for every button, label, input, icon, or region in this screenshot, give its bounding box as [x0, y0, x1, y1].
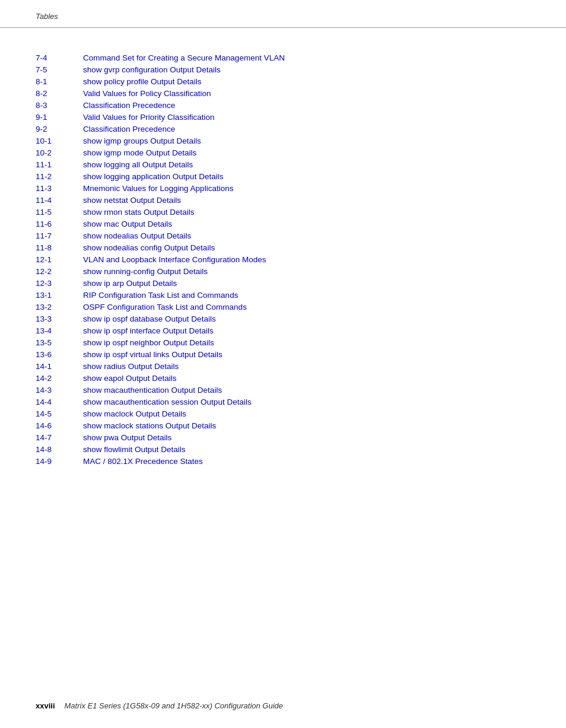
- footer-page-num: xxviii: [36, 701, 55, 710]
- toc-num: 8-2: [36, 87, 83, 99]
- toc-num: 12-3: [36, 277, 83, 289]
- toc-row[interactable]: 11-2show logging application Output Deta…: [36, 170, 530, 182]
- toc-num: 10-1: [36, 135, 83, 147]
- toc-row[interactable]: 14-5show maclock Output Details: [36, 408, 530, 419]
- toc-row[interactable]: 14-7show pwa Output Details: [36, 431, 530, 443]
- toc-row[interactable]: 11-3Mnemonic Values for Logging Applicat…: [36, 182, 530, 194]
- toc-row[interactable]: 7-5show gvrp configuration Output Detail…: [36, 63, 530, 75]
- toc-row[interactable]: 12-3show ip arp Output Details: [36, 277, 530, 289]
- toc-row[interactable]: 13-6show ip ospf virtual links Output De…: [36, 348, 530, 360]
- toc-title[interactable]: show radius Output Details: [83, 360, 530, 372]
- toc-row[interactable]: 11-5show rmon stats Output Details: [36, 206, 530, 218]
- toc-row[interactable]: 11-4show netstat Output Details: [36, 194, 530, 206]
- toc-title[interactable]: show mac Output Details: [83, 218, 530, 230]
- toc-title[interactable]: Classification Precedence: [83, 99, 530, 111]
- toc-row[interactable]: 11-8show nodealias config Output Details: [36, 241, 530, 253]
- toc-title[interactable]: show eapol Output Details: [83, 372, 530, 384]
- toc-title[interactable]: show ip ospf virtual links Output Detail…: [83, 348, 530, 360]
- toc-title[interactable]: show policy profile Output Details: [83, 75, 530, 87]
- toc-row[interactable]: 9-2Classification Precedence: [36, 123, 530, 135]
- toc-row[interactable]: 8-1show policy profile Output Details: [36, 75, 530, 87]
- toc-title[interactable]: show flowlimit Output Details: [83, 443, 530, 455]
- toc-title[interactable]: VLAN and Loopback Interface Configuratio…: [83, 253, 530, 265]
- toc-title[interactable]: MAC / 802.1X Precedence States: [83, 455, 530, 467]
- toc-title[interactable]: show gvrp configuration Output Details: [83, 63, 530, 75]
- toc-num: 14-1: [36, 360, 83, 372]
- toc-row[interactable]: 14-4show macauthentication session Outpu…: [36, 396, 530, 408]
- toc-row[interactable]: 13-1RIP Configuration Task List and Comm…: [36, 289, 530, 301]
- toc-title[interactable]: show maclock stations Output Details: [83, 419, 530, 431]
- toc-row[interactable]: 14-6show maclock stations Output Details: [36, 419, 530, 431]
- toc-title[interactable]: show macauthentication session Output De…: [83, 396, 530, 408]
- toc-num: 14-5: [36, 408, 83, 419]
- toc-title[interactable]: show nodealias Output Details: [83, 230, 530, 241]
- toc-title[interactable]: show igmp mode Output Details: [83, 147, 530, 158]
- toc-row[interactable]: 12-1VLAN and Loopback Interface Configur…: [36, 253, 530, 265]
- toc-title[interactable]: show netstat Output Details: [83, 194, 530, 206]
- toc-num: 13-6: [36, 348, 83, 360]
- toc-title[interactable]: show nodealias config Output Details: [83, 241, 530, 253]
- toc-title[interactable]: show maclock Output Details: [83, 408, 530, 419]
- toc-num: 14-4: [36, 396, 83, 408]
- toc-title[interactable]: show macauthentication Output Details: [83, 384, 530, 396]
- toc-title[interactable]: Valid Values for Priority Classification: [83, 111, 530, 123]
- toc-row[interactable]: 14-1show radius Output Details: [36, 360, 530, 372]
- toc-num: 13-1: [36, 289, 83, 301]
- toc-num: 11-5: [36, 206, 83, 218]
- toc-title[interactable]: show ip ospf database Output Details: [83, 313, 530, 325]
- toc-row[interactable]: 13-5show ip ospf neighbor Output Details: [36, 336, 530, 348]
- toc-row[interactable]: 14-9MAC / 802.1X Precedence States: [36, 455, 530, 467]
- toc-row[interactable]: 11-1show logging all Output Details: [36, 158, 530, 170]
- toc-table: 7-4Command Set for Creating a Secure Man…: [36, 52, 530, 467]
- toc-title[interactable]: Classification Precedence: [83, 123, 530, 135]
- toc-row[interactable]: 11-6show mac Output Details: [36, 218, 530, 230]
- toc-num: 13-4: [36, 325, 83, 336]
- toc-row[interactable]: 13-3show ip ospf database Output Details: [36, 313, 530, 325]
- toc-row[interactable]: 14-8show flowlimit Output Details: [36, 443, 530, 455]
- toc-row[interactable]: 13-2OSPF Configuration Task List and Com…: [36, 301, 530, 313]
- toc-title[interactable]: show running-config Output Details: [83, 265, 530, 277]
- toc-row[interactable]: 13-4show ip ospf interface Output Detail…: [36, 325, 530, 336]
- toc-num: 11-4: [36, 194, 83, 206]
- toc-row[interactable]: 12-2show running-config Output Details: [36, 265, 530, 277]
- toc-row[interactable]: 7-4Command Set for Creating a Secure Man…: [36, 52, 530, 63]
- toc-row[interactable]: 10-1show igmp groups Output Details: [36, 135, 530, 147]
- toc-row[interactable]: 10-2show igmp mode Output Details: [36, 147, 530, 158]
- toc-row[interactable]: 9-1Valid Values for Priority Classificat…: [36, 111, 530, 123]
- toc-title[interactable]: show igmp groups Output Details: [83, 135, 530, 147]
- toc-num: 13-2: [36, 301, 83, 313]
- toc-title[interactable]: show ip ospf neighbor Output Details: [83, 336, 530, 348]
- toc-title[interactable]: show logging application Output Details: [83, 170, 530, 182]
- toc-num: 12-2: [36, 265, 83, 277]
- toc-num: 11-7: [36, 230, 83, 241]
- toc-title[interactable]: Valid Values for Policy Classification: [83, 87, 530, 99]
- toc-title[interactable]: show logging all Output Details: [83, 158, 530, 170]
- toc-title[interactable]: show rmon stats Output Details: [83, 206, 530, 218]
- toc-num: 7-5: [36, 63, 83, 75]
- toc-row[interactable]: 8-2Valid Values for Policy Classificatio…: [36, 87, 530, 99]
- toc-title[interactable]: RIP Configuration Task List and Commands: [83, 289, 530, 301]
- toc-title[interactable]: OSPF Configuration Task List and Command…: [83, 301, 530, 313]
- toc-num: 11-2: [36, 170, 83, 182]
- toc-num: 14-7: [36, 431, 83, 443]
- toc-num: 9-1: [36, 111, 83, 123]
- toc-num: 14-3: [36, 384, 83, 396]
- toc-num: 14-6: [36, 419, 83, 431]
- toc-title[interactable]: Mnemonic Values for Logging Applications: [83, 182, 530, 194]
- toc-title[interactable]: show ip ospf interface Output Details: [83, 325, 530, 336]
- toc-row[interactable]: 14-2show eapol Output Details: [36, 372, 530, 384]
- toc-row[interactable]: 11-7show nodealias Output Details: [36, 230, 530, 241]
- header-label: Tables: [36, 12, 58, 21]
- toc-num: 13-5: [36, 336, 83, 348]
- toc-num: 9-2: [36, 123, 83, 135]
- toc-title[interactable]: show pwa Output Details: [83, 431, 530, 443]
- toc-num: 11-3: [36, 182, 83, 194]
- toc-num: 11-8: [36, 241, 83, 253]
- toc-title[interactable]: show ip arp Output Details: [83, 277, 530, 289]
- toc-row[interactable]: 8-3Classification Precedence: [36, 99, 530, 111]
- toc-num: 14-2: [36, 372, 83, 384]
- toc-num: 8-1: [36, 75, 83, 87]
- toc-title[interactable]: Command Set for Creating a Secure Manage…: [83, 52, 530, 63]
- toc-row[interactable]: 14-3show macauthentication Output Detail…: [36, 384, 530, 396]
- toc-num: 14-8: [36, 443, 83, 455]
